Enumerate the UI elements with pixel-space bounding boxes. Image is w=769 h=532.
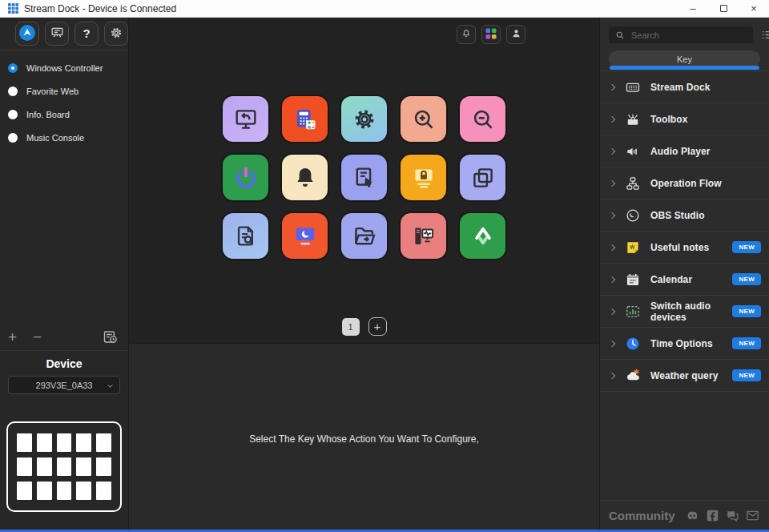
new-badge: NEW	[732, 305, 761, 317]
list-view-button[interactable]	[760, 28, 769, 42]
key-button[interactable]	[223, 96, 268, 142]
page-controls: 1 +	[129, 317, 599, 336]
preview-key-cell	[37, 457, 52, 476]
preview-key-cell	[96, 433, 111, 452]
configure-hint: Select The Key Whose Action You Want To …	[129, 344, 599, 445]
chevron-right-icon	[609, 179, 615, 186]
search-box[interactable]	[609, 26, 753, 43]
profile-item[interactable]: Favorite Web	[8, 79, 128, 103]
community-label: Community	[609, 509, 680, 522]
key-button[interactable]	[282, 96, 328, 142]
presentation-board-icon	[50, 25, 65, 42]
settings-button[interactable]	[104, 22, 128, 46]
minimize-button[interactable]: –	[678, 0, 708, 17]
device-select[interactable]: 293V3E_0A33	[8, 376, 120, 394]
key-button[interactable]	[460, 96, 505, 142]
calculator-icon	[292, 106, 319, 133]
category-row[interactable]: Stream Dock	[600, 71, 769, 103]
category-row[interactable]: Weather query NEW	[600, 359, 769, 391]
search-icon	[615, 30, 625, 40]
category-row[interactable]: Operation Flow	[600, 167, 769, 199]
chevron-right-icon	[609, 340, 615, 346]
category-label: OBS Studio	[650, 210, 761, 221]
zoom-out-icon	[469, 106, 497, 133]
key-button[interactable]	[401, 213, 446, 259]
new-badge: NEW	[732, 241, 761, 253]
radio-icon	[8, 133, 18, 143]
social-button[interactable]	[685, 508, 700, 523]
preview-key-cell	[57, 457, 72, 476]
app-window: Stream Dock - Device is Connected – × ? …	[0, 0, 769, 532]
maximize-button[interactable]	[708, 0, 739, 17]
page-1-button[interactable]: 1	[342, 318, 360, 336]
add-profile-button[interactable]: +	[8, 329, 17, 345]
category-row[interactable]: Useful notes NEW	[600, 231, 769, 263]
key-button[interactable]	[223, 155, 268, 200]
key-button[interactable]	[341, 155, 387, 200]
profile-manager-icon[interactable]	[102, 328, 119, 345]
help-icon: ?	[83, 27, 90, 40]
search-input[interactable]	[630, 30, 747, 41]
chevron-right-icon	[609, 276, 615, 282]
key-button[interactable]	[401, 96, 446, 142]
profile-label: Info. Board	[26, 110, 70, 119]
monitor-return-icon	[232, 106, 260, 133]
key-button[interactable]	[282, 213, 328, 259]
action-category-list: Stream Dock Toolbox Audio Player	[600, 71, 769, 392]
help-button[interactable]: ?	[74, 22, 99, 46]
brand-icon	[18, 23, 37, 45]
bell-icon	[461, 28, 472, 42]
new-badge: NEW	[732, 273, 761, 285]
key-button[interactable]	[282, 155, 328, 200]
social-button[interactable]	[705, 508, 720, 523]
category-row[interactable]: Audio Player	[600, 135, 769, 167]
mail-icon	[745, 508, 760, 523]
key-button[interactable]	[460, 213, 505, 259]
new-badge: NEW	[732, 369, 761, 381]
bell-dark-icon	[292, 164, 319, 191]
apps-button[interactable]	[481, 25, 501, 44]
power-icon	[232, 164, 260, 191]
key-button[interactable]	[341, 96, 387, 142]
tab-key[interactable]: Key	[609, 50, 760, 67]
obs-icon	[624, 208, 642, 224]
right-sidebar: Key Stream Dock Toolbox	[599, 18, 769, 530]
social-button[interactable]	[725, 508, 740, 523]
brand-home-button[interactable]	[15, 22, 39, 46]
remove-profile-button[interactable]: −	[33, 329, 42, 345]
list-menu-icon	[760, 28, 769, 42]
key-button[interactable]	[223, 213, 268, 259]
gear-dark-icon	[351, 106, 378, 133]
category-row[interactable]: Switch audio devices NEW	[600, 295, 769, 327]
key-button[interactable]	[401, 155, 446, 200]
category-label: Stream Dock	[650, 82, 761, 93]
audio-switch-icon	[624, 304, 642, 320]
maximize-icon	[720, 5, 727, 12]
category-row[interactable]: Calendar NEW	[600, 263, 769, 295]
key-button[interactable]	[460, 155, 505, 200]
category-row[interactable]: Time Options NEW	[600, 327, 769, 359]
key-button[interactable]	[341, 213, 387, 259]
profile-item[interactable]: Music Console	[8, 126, 128, 149]
monitor-moon-icon	[292, 223, 319, 250]
notifications-button[interactable]	[457, 25, 476, 44]
keys-grid	[223, 96, 505, 259]
close-button[interactable]: ×	[739, 0, 769, 17]
social-button[interactable]	[745, 508, 760, 523]
preview-key-cell	[57, 433, 72, 452]
category-row[interactable]: Toolbox	[600, 103, 769, 135]
account-button[interactable]	[506, 25, 525, 44]
add-page-button[interactable]: +	[368, 317, 387, 336]
weather-icon	[624, 367, 642, 384]
windows-switch-icon	[469, 164, 497, 191]
discord-icon	[685, 508, 700, 523]
profile-item[interactable]: Info. Board	[8, 103, 128, 126]
profile-item[interactable]: Windows Controller	[8, 56, 128, 79]
preview-key-cell	[96, 482, 111, 500]
pc-monitor-icon	[410, 223, 437, 250]
category-label: Switch audio devices	[650, 300, 732, 323]
profile-label: Favorite Web	[26, 87, 79, 96]
category-label: Time Options	[650, 338, 732, 349]
presentation-button[interactable]	[45, 22, 69, 46]
category-row[interactable]: OBS Studio	[600, 199, 769, 231]
